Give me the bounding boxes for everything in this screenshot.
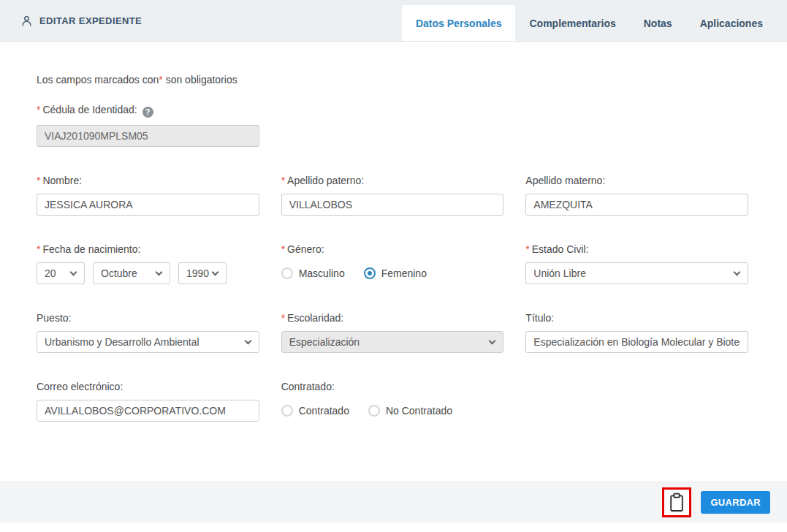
required-asterisk: *: [281, 312, 285, 324]
page-title: EDITAR EXPEDIENTE: [39, 15, 142, 26]
required-asterisk: *: [37, 243, 40, 255]
help-icon[interactable]: ?: [142, 107, 153, 118]
genero-radio-group: Masculino Femenino: [281, 262, 504, 284]
tab-complementarios[interactable]: Complementarios: [515, 5, 629, 41]
genero-field: *Género: Masculino Femenino: [281, 243, 504, 284]
form-row-job: Puesto: Urbanismo y Desarrollo Ambiental…: [37, 312, 748, 353]
clipboard-icon: [669, 493, 685, 512]
contratado-radio-group: Contratado No Contratado: [281, 400, 504, 422]
select-value: 1990: [186, 267, 209, 279]
apellido-paterno-field: *Apellido paterno:: [281, 175, 504, 216]
escolaridad-select: Especialización: [281, 331, 504, 353]
nombre-label: *Nombre:: [37, 175, 259, 186]
titulo-input[interactable]: [525, 331, 748, 353]
tab-datos-personales[interactable]: Datos Personales: [402, 5, 516, 41]
select-value: Urbanismo y Desarrollo Ambiental: [45, 336, 199, 348]
tab-bar: Datos Personales Complementarios Notas A…: [402, 0, 787, 41]
radio-circle: [364, 267, 376, 279]
select-value: Octubre: [101, 267, 137, 279]
radio-circle: [368, 405, 380, 417]
required-asterisk: *: [281, 243, 285, 255]
puesto-field: Puesto: Urbanismo y Desarrollo Ambiental: [37, 312, 259, 353]
apellido-paterno-label: *Apellido paterno:: [281, 175, 504, 186]
titulo-label: Título:: [525, 312, 748, 324]
chevron-down-icon: [70, 268, 77, 276]
chevron-down-icon: [734, 268, 741, 276]
fecha-nacimiento-field: *Fecha de nacimiento: 20 Octubre 1990: [37, 243, 259, 284]
user-icon: [20, 15, 33, 27]
select-value: Especialización: [289, 336, 360, 348]
apellido-materno-label: Apellido materno:: [525, 175, 748, 186]
escolaridad-label: *Escolaridad:: [281, 312, 504, 324]
nombre-field: *Nombre:: [37, 175, 259, 216]
apellido-materno-input[interactable]: [525, 194, 748, 216]
cedula-label: *Cédula de Identidad:?: [37, 104, 748, 118]
apellido-materno-field: Apellido materno:: [525, 175, 748, 216]
fecha-nacimiento-label: *Fecha de nacimiento:: [37, 243, 259, 255]
guardar-button[interactable]: GUARDAR: [701, 491, 770, 514]
select-value: 20: [45, 267, 56, 279]
fecha-year-select[interactable]: 1990: [178, 262, 227, 284]
chevron-down-icon: [489, 337, 496, 344]
fecha-day-select[interactable]: 20: [37, 262, 85, 284]
bottom-spacer: [0, 522, 787, 532]
radio-circle: [281, 267, 293, 279]
estado-civil-select[interactable]: Unión Libre: [525, 262, 748, 284]
required-asterisk: *: [525, 243, 529, 255]
correo-label: Correo electrónico:: [37, 381, 259, 392]
radio-no-contratado[interactable]: No Contratado: [368, 405, 452, 417]
clipboard-button[interactable]: [668, 491, 685, 514]
required-note: Los campos marcados con* son obligatorio…: [37, 74, 748, 86]
cedula-input: [37, 125, 259, 147]
radio-circle: [281, 405, 293, 417]
form-row-birth: *Fecha de nacimiento: 20 Octubre 1990: [37, 243, 748, 284]
required-asterisk: *: [281, 175, 285, 186]
chevron-down-icon: [212, 268, 219, 276]
form-row-contact: Correo electrónico: Contratado: Contrata…: [37, 381, 748, 422]
select-value: Unión Libre: [533, 267, 586, 279]
form-content: Los campos marcados con* son obligatorio…: [0, 42, 787, 482]
radio-femenino[interactable]: Femenino: [364, 267, 427, 279]
contratado-field: Contratado: Contratado No Contratado: [281, 381, 504, 422]
footer-toolbar: GUARDAR: [0, 482, 787, 522]
apellido-paterno-input[interactable]: [281, 194, 504, 216]
genero-label: *Género:: [281, 243, 504, 255]
chevron-down-icon: [244, 337, 251, 344]
header: EDITAR EXPEDIENTE Datos Personales Compl…: [0, 0, 787, 42]
tab-notas[interactable]: Notas: [630, 5, 686, 41]
puesto-select[interactable]: Urbanismo y Desarrollo Ambiental: [37, 331, 259, 353]
radio-contratado[interactable]: Contratado: [281, 405, 349, 417]
editar-expediente-window: EDITAR EXPEDIENTE Datos Personales Compl…: [0, 0, 787, 532]
nombre-input[interactable]: [37, 194, 259, 216]
estado-civil-field: *Estado Civil: Unión Libre: [525, 243, 748, 284]
fecha-month-select[interactable]: Octubre: [93, 262, 170, 284]
form-row-names: *Nombre: *Apellido paterno: Apellido mat…: [37, 175, 748, 216]
escolaridad-field: *Escolaridad: Especialización: [281, 312, 504, 353]
titulo-field: Título:: [525, 312, 748, 353]
contratado-label: Contratado:: [281, 381, 504, 392]
chevron-down-icon: [156, 268, 163, 276]
required-asterisk: *: [37, 175, 40, 186]
cedula-field: *Cédula de Identidad:?: [37, 104, 748, 147]
fecha-selects: 20 Octubre 1990: [37, 262, 259, 284]
estado-civil-label: *Estado Civil:: [525, 243, 748, 255]
page-title-group: EDITAR EXPEDIENTE: [0, 0, 142, 41]
correo-input[interactable]: [37, 400, 259, 422]
required-asterisk: *: [37, 104, 40, 115]
tab-aplicaciones[interactable]: Aplicaciones: [686, 5, 777, 41]
puesto-label: Puesto:: [37, 312, 259, 324]
radio-masculino[interactable]: Masculino: [281, 267, 345, 279]
correo-field: Correo electrónico:: [37, 381, 259, 422]
annotation-highlight: [662, 487, 691, 517]
